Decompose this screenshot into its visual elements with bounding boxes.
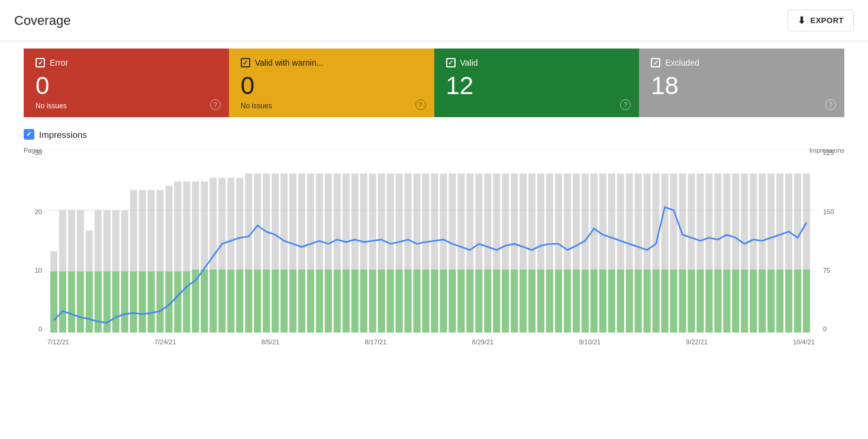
svg-rect-118 bbox=[298, 270, 305, 333]
warning-checkbox[interactable] bbox=[241, 58, 250, 67]
svg-rect-127 bbox=[378, 270, 385, 333]
svg-rect-152 bbox=[599, 270, 606, 333]
svg-rect-109 bbox=[218, 270, 225, 333]
svg-rect-139 bbox=[484, 270, 491, 333]
svg-rect-104 bbox=[175, 272, 182, 333]
svg-rect-129 bbox=[396, 270, 403, 333]
svg-rect-173 bbox=[785, 270, 792, 333]
svg-rect-94 bbox=[86, 272, 93, 333]
svg-rect-123 bbox=[343, 270, 350, 333]
svg-rect-90 bbox=[50, 272, 57, 333]
svg-rect-105 bbox=[183, 272, 190, 333]
left-y-label-0: 0 bbox=[38, 325, 42, 333]
svg-rect-154 bbox=[617, 270, 624, 333]
svg-rect-114 bbox=[263, 270, 270, 333]
left-y-label-20: 20 bbox=[35, 208, 42, 215]
svg-rect-111 bbox=[236, 270, 243, 333]
svg-rect-175 bbox=[803, 270, 810, 333]
valid-count: 12 bbox=[446, 72, 628, 99]
svg-rect-108 bbox=[209, 270, 217, 333]
svg-rect-151 bbox=[591, 270, 598, 333]
excluded-card[interactable]: Excluded 18 ? bbox=[639, 49, 844, 117]
svg-rect-120 bbox=[316, 270, 323, 333]
error-count: 0 bbox=[36, 72, 217, 99]
warning-card[interactable]: Valid with warnin... 0 No issues ? bbox=[229, 49, 434, 117]
excluded-help-icon[interactable]: ? bbox=[825, 99, 836, 110]
svg-rect-162 bbox=[688, 270, 695, 333]
svg-rect-99 bbox=[130, 272, 137, 333]
x-label-8: 10/4/21 bbox=[793, 338, 815, 346]
page-header: Coverage ⬇ EXPORT bbox=[0, 0, 868, 41]
error-checkbox[interactable] bbox=[36, 58, 45, 67]
svg-rect-97 bbox=[112, 272, 120, 333]
excluded-card-header: Excluded bbox=[651, 58, 832, 67]
svg-rect-134 bbox=[440, 270, 447, 333]
svg-rect-132 bbox=[422, 270, 430, 333]
svg-rect-147 bbox=[555, 270, 562, 333]
svg-rect-174 bbox=[794, 270, 801, 333]
status-cards: Error 0 No issues ? Valid with warnin...… bbox=[24, 49, 844, 117]
svg-rect-131 bbox=[414, 270, 421, 333]
excluded-checkbox[interactable] bbox=[651, 58, 660, 67]
svg-rect-170 bbox=[759, 270, 766, 333]
right-y-label-75: 75 bbox=[823, 267, 830, 274]
svg-rect-164 bbox=[705, 270, 712, 333]
svg-rect-112 bbox=[245, 270, 252, 333]
svg-rect-133 bbox=[431, 270, 438, 333]
error-card[interactable]: Error 0 No issues ? bbox=[24, 49, 229, 117]
svg-rect-128 bbox=[387, 270, 394, 333]
svg-rect-106 bbox=[192, 270, 199, 333]
right-y-label-0: 0 bbox=[823, 325, 827, 333]
x-label-7: 9/22/21 bbox=[686, 338, 708, 346]
svg-rect-141 bbox=[502, 270, 509, 333]
svg-rect-135 bbox=[448, 270, 456, 333]
error-label: Error bbox=[50, 58, 68, 67]
svg-rect-102 bbox=[157, 272, 164, 333]
svg-rect-168 bbox=[741, 270, 748, 333]
x-label-2: 7/24/21 bbox=[154, 338, 176, 346]
svg-rect-149 bbox=[573, 270, 580, 333]
svg-rect-136 bbox=[457, 270, 464, 333]
export-button[interactable]: ⬇ EXPORT bbox=[788, 9, 854, 31]
svg-rect-126 bbox=[369, 270, 376, 333]
error-help-icon[interactable]: ? bbox=[210, 99, 221, 110]
x-axis-labels: 7/12/21 7/24/21 8/5/21 8/17/21 8/29/21 9… bbox=[47, 334, 815, 350]
svg-rect-92 bbox=[68, 272, 75, 333]
right-y-label-150: 150 bbox=[823, 208, 834, 215]
svg-rect-166 bbox=[723, 270, 730, 333]
svg-rect-115 bbox=[272, 270, 279, 333]
warning-card-header: Valid with warnin... bbox=[241, 58, 422, 67]
svg-rect-150 bbox=[582, 270, 589, 333]
left-y-labels: 30 20 10 0 bbox=[24, 149, 44, 333]
valid-card[interactable]: Valid 12 ? bbox=[434, 49, 640, 117]
svg-rect-161 bbox=[679, 270, 686, 333]
left-y-label-10: 10 bbox=[35, 267, 42, 274]
warning-help-icon[interactable]: ? bbox=[415, 99, 426, 110]
svg-rect-171 bbox=[767, 270, 775, 333]
svg-rect-148 bbox=[564, 270, 571, 333]
left-y-label-30: 30 bbox=[35, 149, 42, 156]
svg-rect-160 bbox=[670, 270, 677, 333]
svg-rect-138 bbox=[475, 270, 482, 333]
svg-rect-110 bbox=[227, 270, 234, 333]
svg-rect-101 bbox=[148, 272, 155, 333]
svg-rect-167 bbox=[732, 270, 739, 333]
warning-label: Valid with warnin... bbox=[255, 58, 324, 67]
svg-rect-169 bbox=[750, 270, 757, 333]
svg-rect-137 bbox=[466, 270, 473, 333]
warning-subtitle: No issues bbox=[241, 102, 422, 110]
svg-rect-93 bbox=[77, 272, 84, 333]
svg-rect-107 bbox=[201, 270, 208, 333]
impressions-legend-label: Impressions bbox=[39, 130, 87, 140]
valid-checkbox[interactable] bbox=[446, 58, 456, 67]
x-label-1: 7/12/21 bbox=[47, 338, 69, 346]
svg-rect-163 bbox=[696, 270, 704, 333]
svg-rect-142 bbox=[511, 270, 518, 333]
impressions-legend-checkbox[interactable] bbox=[24, 129, 34, 140]
valid-help-icon[interactable]: ? bbox=[620, 99, 631, 110]
svg-rect-143 bbox=[519, 270, 527, 333]
valid-card-header: Valid bbox=[446, 58, 628, 67]
svg-rect-124 bbox=[351, 270, 359, 333]
svg-rect-146 bbox=[546, 270, 553, 333]
excluded-label: Excluded bbox=[665, 58, 699, 67]
